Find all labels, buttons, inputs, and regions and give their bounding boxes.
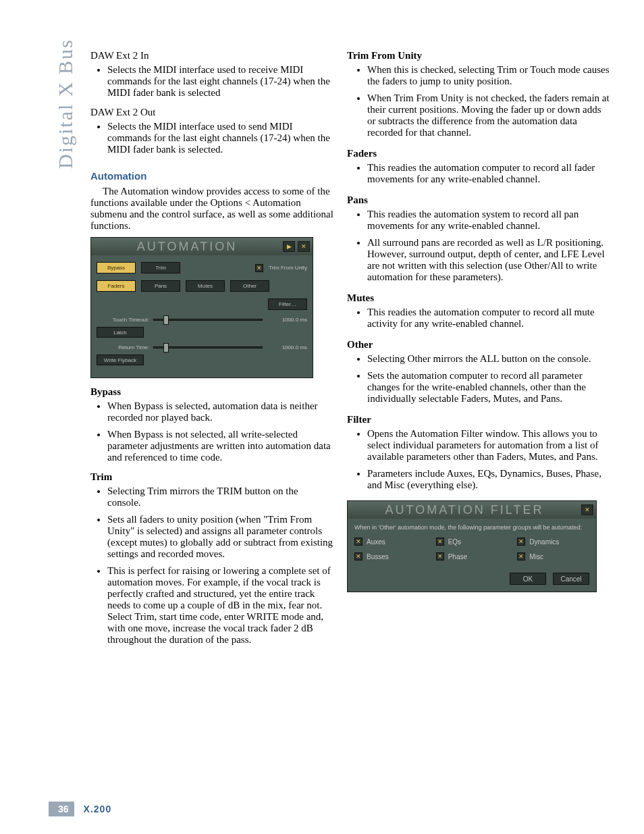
play-button[interactable]: ▶ — [283, 241, 295, 252]
tfu-bullet-1: When this is checked, selecting Trim or … — [367, 64, 610, 87]
daw-ext-2-out-heading: DAW Ext 2 Out — [90, 107, 333, 118]
bypass-bullet-1: When Bypass is selected, automation data… — [107, 400, 333, 423]
model-label: X.200 — [84, 804, 112, 814]
mutes-button[interactable]: Mutes — [186, 280, 225, 292]
busses-label: Busses — [367, 553, 389, 561]
automation-panel: AUTOMATION ▶ ✕ Bypass Trim ✕ Trim From U… — [90, 237, 313, 378]
filter-bullet-1: Opens the Automation Filter window. This… — [367, 428, 610, 463]
eqs-checkbox[interactable]: ✕ — [436, 538, 444, 546]
pans-bullet-2: All surround pans are recorded as well a… — [367, 237, 610, 283]
mutes-heading: Mutes — [347, 292, 610, 304]
other-bullet-1: Selecting Other mirrors the ALL button o… — [367, 353, 610, 365]
page-number-badge: 36 — [49, 802, 74, 816]
misc-label: Misc — [529, 553, 543, 561]
af-checkbox-grid: ✕Auxes ✕EQs ✕Dynamics ✕Busses ✕Phase ✕Mi… — [354, 538, 589, 561]
trim-from-unity-checkbox[interactable]: ✕ — [255, 264, 263, 272]
trim-bullet-2: Sets all faders to unity position (when … — [107, 514, 333, 560]
close-button[interactable]: ✕ — [298, 241, 310, 252]
page-content: DAW Ext 2 In Selects the MIDI interface … — [70, 50, 610, 654]
trim-from-unity-heading: Trim From Unity — [347, 50, 610, 61]
trim-bullet-1: Selecting Trim mirrors the TRIM button o… — [107, 486, 333, 509]
daw-ext-2-in-heading: DAW Ext 2 In — [90, 50, 333, 61]
automation-panel-titlebar: AUTOMATION ▶ ✕ — [91, 238, 313, 255]
automation-intro-paragraph: The Automation window provides access to… — [90, 186, 333, 232]
touch-timeout-slider[interactable] — [153, 319, 263, 321]
auxes-label: Auxes — [367, 538, 385, 546]
bypass-bullet-2: When Bypass is not selected, all write-s… — [107, 429, 333, 463]
return-time-label: Return Time: — [97, 344, 149, 350]
touch-timeout-label: Touch Timeout: — [97, 317, 149, 323]
af-titlebar: AUTOMATION FILTER ✕ — [348, 501, 596, 519]
af-close-button[interactable]: ✕ — [581, 504, 593, 515]
trim-heading: Trim — [90, 471, 333, 483]
filter-button[interactable]: Filter… — [268, 298, 307, 310]
faders-bullet-1: This readies the automation computer to … — [367, 162, 610, 185]
trim-from-unity-label: Trim From Unity — [269, 265, 307, 271]
af-description: When in 'Other' automation mode, the fol… — [354, 524, 589, 531]
trim-bullet-3: This is perfect for raising or lowering … — [107, 565, 333, 646]
automation-section-heading: Automation — [90, 170, 333, 182]
page-footer: 36 X.200 — [49, 802, 111, 816]
return-time-value: 1000.0 ms — [267, 344, 307, 350]
pans-bullet-1: This readies the automation system to re… — [367, 209, 610, 232]
filter-heading: Filter — [347, 414, 610, 425]
other-heading: Other — [347, 339, 610, 350]
faders-heading: Faders — [347, 148, 610, 159]
left-column: DAW Ext 2 In Selects the MIDI interface … — [70, 50, 333, 654]
return-time-slider[interactable] — [153, 346, 263, 348]
mutes-bullet-1: This readies the automation computer to … — [367, 307, 610, 330]
touch-timeout-value: 1000.0 ms — [267, 317, 307, 323]
bypass-heading: Bypass — [90, 386, 333, 398]
automation-filter-panel: AUTOMATION FILTER ✕ When in 'Other' auto… — [347, 500, 597, 592]
filter-bullet-2: Parameters include Auxes, EQs, Dynamics,… — [367, 468, 610, 491]
daw-ext-2-in-bullet: Selects the MIDI interface used to recei… — [107, 64, 333, 99]
daw-ext-2-out-bullet: Selects the MIDI interface used to send … — [107, 121, 333, 155]
right-column: Trim From Unity When this is checked, se… — [347, 50, 610, 654]
latch-button[interactable]: Latch — [97, 327, 144, 338]
cancel-button[interactable]: Cancel — [553, 573, 589, 585]
phase-checkbox[interactable]: ✕ — [436, 552, 444, 561]
other-button[interactable]: Other — [230, 280, 269, 292]
other-bullet-2: Sets the automation computer to record a… — [367, 370, 610, 405]
faders-button[interactable]: Faders — [97, 280, 136, 292]
af-body: When in 'Other' automation mode, the fol… — [348, 519, 596, 592]
dynamics-label: Dynamics — [529, 538, 559, 546]
tfu-bullet-2: When Trim From Unity is not checked, the… — [367, 93, 610, 138]
pans-heading: Pans — [347, 194, 610, 206]
phase-label: Phase — [448, 553, 467, 561]
dynamics-checkbox[interactable]: ✕ — [517, 538, 525, 546]
af-title: AUTOMATION FILTER — [350, 503, 579, 517]
pans-button[interactable]: Pans — [141, 280, 180, 292]
busses-checkbox[interactable]: ✕ — [354, 552, 363, 561]
bypass-button[interactable]: Bypass — [97, 262, 136, 273]
trim-button[interactable]: Trim — [141, 262, 180, 273]
ok-button[interactable]: OK — [510, 573, 546, 585]
eqs-label: EQs — [448, 538, 461, 546]
write-flyback-button[interactable]: Write Flyback — [97, 355, 144, 365]
automation-panel-title: AUTOMATION — [94, 240, 280, 254]
auxes-checkbox[interactable]: ✕ — [354, 538, 363, 546]
automation-panel-body: Bypass Trim ✕ Trim From Unity Faders Pan… — [91, 255, 313, 377]
misc-checkbox[interactable]: ✕ — [517, 552, 525, 561]
